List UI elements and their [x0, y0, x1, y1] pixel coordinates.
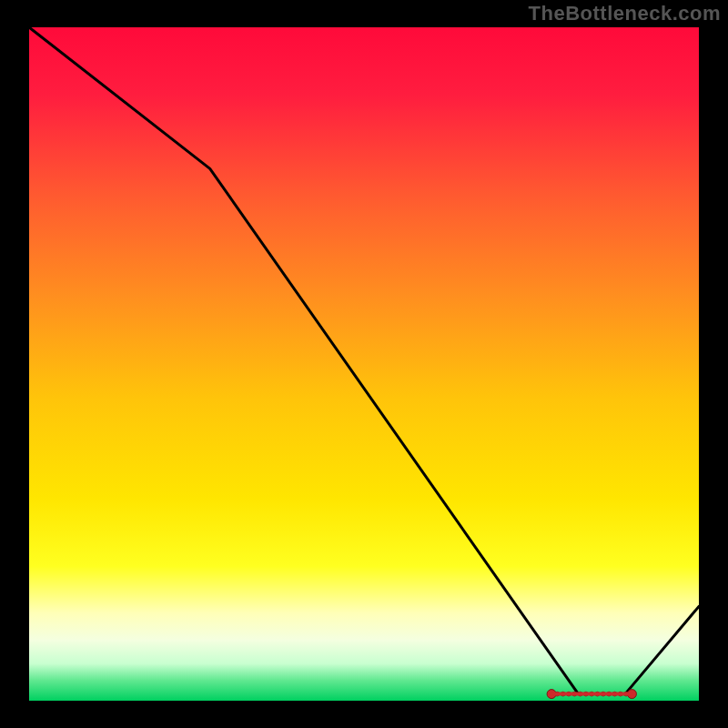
chart-svg: [29, 27, 699, 701]
chart-frame: TheBottleneck.com: [0, 0, 728, 728]
svg-rect-0: [29, 27, 699, 701]
plot-area: [29, 27, 699, 701]
watermark-text: TheBottleneck.com: [529, 2, 721, 25]
